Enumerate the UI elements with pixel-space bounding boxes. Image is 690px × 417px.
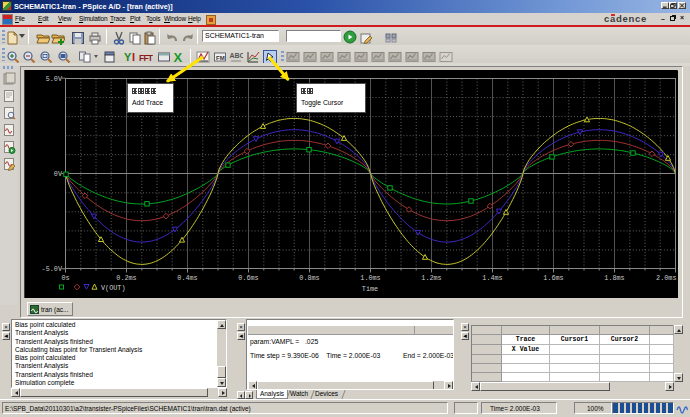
svg-text:0.2ms: 0.2ms (116, 274, 136, 282)
svg-text:1.4ms: 1.4ms (482, 274, 502, 282)
svg-text:1.8ms: 1.8ms (604, 274, 624, 282)
svg-text:2.0ms: 2.0ms (656, 274, 676, 282)
svg-text:ABC: ABC (230, 52, 244, 59)
svg-text:-5.0V: -5.0V (42, 265, 63, 273)
svg-text:FM: FM (216, 55, 225, 61)
svg-text:V(OUT): V(OUT) (101, 284, 125, 292)
svg-text:1.2ms: 1.2ms (421, 274, 441, 282)
svg-text:FFT: FFT (139, 53, 153, 63)
svg-text:0.4ms: 0.4ms (177, 274, 197, 282)
svg-text:Time: Time (362, 285, 378, 293)
svg-text:I: I (132, 51, 135, 63)
svg-text:0s: 0s (61, 274, 69, 282)
svg-text:5.0V: 5.0V (46, 75, 63, 83)
svg-text:0.8ms: 0.8ms (299, 274, 319, 282)
svg-text:1.6ms: 1.6ms (543, 274, 563, 282)
svg-text:Y: Y (124, 51, 132, 63)
svg-text:X: X (174, 50, 183, 64)
svg-text:0V: 0V (54, 170, 63, 178)
svg-text:1.0ms: 1.0ms (360, 274, 380, 282)
svg-text:0.6ms: 0.6ms (238, 274, 258, 282)
